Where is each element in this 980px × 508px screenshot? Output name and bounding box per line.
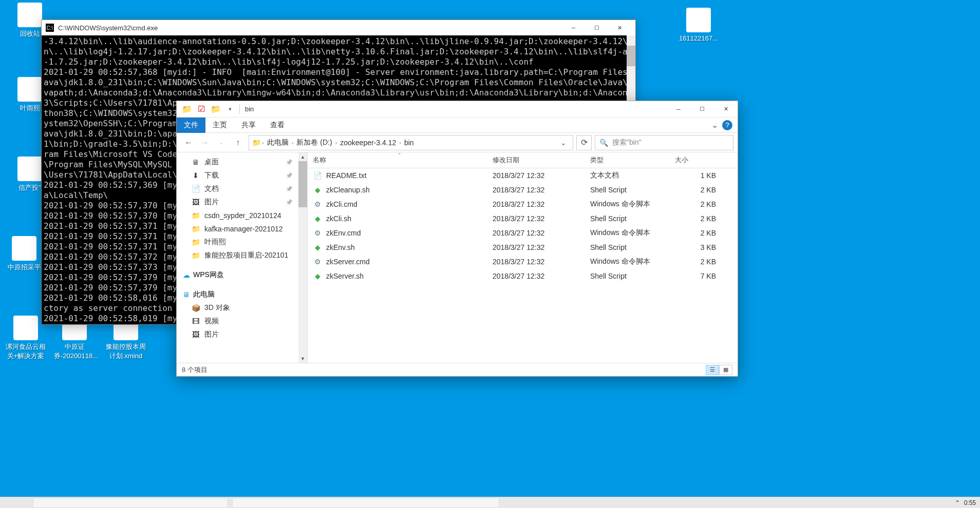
sidebar-item[interactable]: 📁豫能控股项目重启-202101: [177, 249, 307, 262]
forward-button[interactable]: →: [197, 135, 213, 150]
folder-icon: 📁: [191, 211, 200, 220]
column-size[interactable]: 大小: [670, 152, 721, 168]
folder-icon: 🖼: [191, 198, 200, 207]
chevron-right-icon[interactable]: ›: [398, 140, 402, 146]
ribbon-tabs: 文件 主页 共享 查看 ⌄ ?: [177, 118, 738, 133]
help-button[interactable]: ?: [722, 120, 732, 130]
taskbar-item[interactable]: [33, 498, 228, 508]
file-row[interactable]: ⚙zkServer.cmd 2018/3/27 12:32 Windows 命令…: [308, 255, 738, 269]
chevron-right-icon[interactable]: ›: [291, 140, 295, 146]
file-list: 名称 ⌃ 修改日期 类型 大小 📄README.txt 2018/3/27 12…: [308, 152, 738, 363]
sidebar-item[interactable]: 📦3D 对象: [177, 301, 307, 315]
sidebar-item[interactable]: 📁kafka-manager-2021012: [177, 222, 307, 236]
folder-icon: 📁: [252, 139, 261, 147]
column-headers: 名称 ⌃ 修改日期 类型 大小: [308, 152, 738, 168]
sidebar-item[interactable]: 🖼图片: [177, 328, 307, 341]
column-name[interactable]: 名称 ⌃: [308, 152, 487, 168]
maximize-button[interactable]: ☐: [585, 21, 608, 35]
view-icons-button[interactable]: ▦: [719, 365, 732, 375]
search-input[interactable]: 🔍 搜索"bin": [595, 135, 733, 150]
column-type[interactable]: 类型: [585, 152, 670, 168]
file-row[interactable]: ⚙zkCli.cmd 2018/3/27 12:32 Windows 命令脚本 …: [308, 197, 738, 211]
sidebar-item[interactable]: 📄文档: [177, 182, 307, 196]
tab-home[interactable]: 主页: [205, 118, 234, 133]
sidebar-item[interactable]: 🖼图片: [177, 196, 307, 209]
status-bar: 8 个项目 ☰ ▦: [177, 363, 738, 376]
ribbon-expand-icon[interactable]: ⌄: [711, 120, 718, 130]
file-row[interactable]: ◆zkEnv.sh 2018/3/27 12:32 Shell Script 3…: [308, 240, 738, 255]
file-icon: ◆: [313, 185, 322, 194]
chevron-right-icon[interactable]: ›: [261, 140, 265, 146]
column-date[interactable]: 修改日期: [487, 152, 585, 168]
file-icon: ◆: [313, 243, 322, 252]
back-button[interactable]: ←: [181, 135, 196, 150]
folder-icon[interactable]: 📁: [210, 103, 222, 115]
maximize-button[interactable]: ☐: [690, 102, 714, 117]
taskbar-up-icon[interactable]: ⌃: [955, 499, 960, 506]
cmd-titlebar[interactable]: C:\ C:\WINDOWS\system32\cmd.exe ─ ☐ ✕: [42, 20, 635, 35]
folder-icon: 📁: [191, 251, 200, 260]
folder-icon: 📁: [191, 224, 200, 233]
crumb-pc[interactable]: 此电脑: [265, 138, 291, 147]
address-dropdown[interactable]: ⌄: [557, 139, 570, 147]
cloud-icon: ☁: [183, 271, 190, 279]
tab-file[interactable]: 文件: [177, 118, 205, 133]
sidebar-item[interactable]: 🎞视频: [177, 315, 307, 328]
desktop-icon[interactable]: 161122167...: [678, 8, 719, 42]
taskbar-clock[interactable]: 0:55: [964, 499, 976, 506]
desktop-icon[interactable]: 中原招采平: [4, 236, 45, 272]
minimize-button[interactable]: ─: [667, 102, 690, 117]
view-details-button[interactable]: ☰: [706, 365, 719, 375]
sidebar-item[interactable]: 🖥桌面: [177, 155, 307, 169]
close-button[interactable]: ✕: [714, 102, 738, 117]
device-icon: 📦: [191, 303, 200, 312]
file-row[interactable]: 📄README.txt 2018/3/27 12:32 文本文档 1 KB: [308, 168, 738, 183]
taskbar[interactable]: ⌃ 0:55: [0, 497, 980, 508]
app-icon: [12, 236, 36, 261]
sidebar-thispc[interactable]: 🖥 此电脑: [177, 288, 307, 301]
file-icon: ⚙: [313, 200, 322, 209]
status-text: 8 个项目: [182, 365, 208, 375]
sort-indicator-icon: ⌃: [398, 152, 402, 158]
sidebar-wps[interactable]: ☁ WPS网盘: [177, 268, 307, 282]
app-icon: [17, 157, 42, 181]
app-icon: [17, 3, 42, 27]
crumb-drive[interactable]: 新加卷 (D:): [294, 138, 334, 147]
qat-dropdown[interactable]: ▼: [224, 103, 236, 115]
up-button[interactable]: ↑: [230, 135, 246, 150]
file-row[interactable]: ◆zkCli.sh 2018/3/27 12:32 Shell Script 2…: [308, 211, 738, 226]
folder-icon: 🖥: [191, 158, 200, 167]
app-icon: [686, 8, 711, 32]
file-row[interactable]: ◆zkServer.sh 2018/3/27 12:32 Shell Scrip…: [308, 269, 738, 283]
explorer-window: 📁 ☑ 📁 ▼ bin ─ ☐ ✕ 文件 主页 共享 查看 ⌄ ? ← → ⌄ …: [176, 101, 738, 377]
sidebar-item[interactable]: 📁叶雨熙: [177, 236, 307, 249]
crumb-folder[interactable]: zookeeper-3.4.12: [338, 139, 398, 147]
folder-icon[interactable]: 📁: [181, 103, 193, 115]
close-button[interactable]: ✕: [608, 21, 631, 35]
minimize-button[interactable]: ─: [562, 21, 585, 35]
tab-share[interactable]: 共享: [234, 118, 263, 133]
history-dropdown[interactable]: ⌄: [214, 135, 229, 150]
file-icon: 📄: [313, 171, 322, 180]
tab-view[interactable]: 查看: [263, 118, 292, 133]
chevron-right-icon[interactable]: ›: [334, 140, 338, 146]
window-title: bin: [245, 105, 254, 113]
taskbar-item[interactable]: [0, 498, 31, 508]
file-icon: ◆: [313, 271, 322, 281]
desktop-icon[interactable]: 漯河食品云相关+解决方案: [5, 316, 46, 361]
sidebar-item[interactable]: 📁csdn_sypder_20210124: [177, 209, 307, 222]
pc-icon: 🖥: [183, 290, 190, 299]
folder-icon: 📄: [191, 184, 200, 193]
crumb-current[interactable]: bin: [402, 139, 416, 147]
sidebar-scrollbar[interactable]: ▲ ▼: [298, 152, 307, 363]
file-row[interactable]: ◆zkCleanup.sh 2018/3/27 12:32 Shell Scri…: [308, 183, 738, 197]
taskbar-item[interactable]: [232, 498, 499, 508]
explorer-titlebar[interactable]: 📁 ☑ 📁 ▼ bin ─ ☐ ✕: [177, 101, 738, 118]
qat-btn[interactable]: ☑: [195, 103, 208, 115]
search-placeholder: 搜索"bin": [612, 138, 642, 147]
refresh-button[interactable]: ⟳: [576, 135, 592, 150]
folder-icon: ⬇: [191, 171, 200, 180]
file-row[interactable]: ⚙zkEnv.cmd 2018/3/27 12:32 Windows 命令脚本 …: [308, 226, 738, 240]
sidebar-item[interactable]: ⬇下载: [177, 169, 307, 182]
breadcrumb[interactable]: 📁 › 此电脑 › 新加卷 (D:) › zookeeper-3.4.12 › …: [249, 135, 573, 150]
